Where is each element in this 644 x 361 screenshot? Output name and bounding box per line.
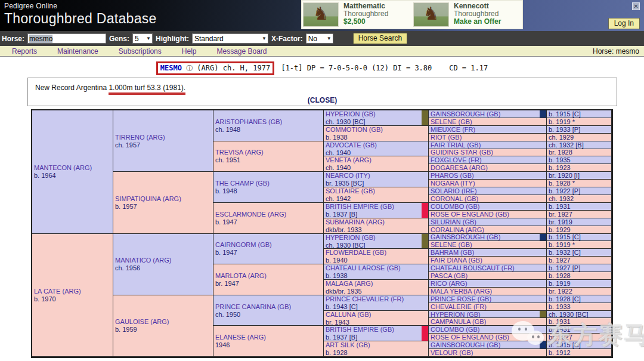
horse-details: br. 1920 [I] [549,172,580,179]
horse-link[interactable]: CORONAL (GB) [431,195,478,202]
horse-link[interactable]: ART SILK (GB) [326,341,370,348]
horse-details: b. 1915 [C] [549,341,581,348]
login-button[interactable]: Log In [608,18,640,29]
highlight-marker-red [422,203,428,218]
horse-link[interactable]: BRITISH EMPIRE (GB) [326,203,394,210]
horse-link[interactable]: SILURIAN (GB) [431,218,476,226]
horse-link[interactable]: PRINCE ROSE (GB) [431,295,491,303]
horse-link[interactable]: FAIR TRIAL (GB) [431,141,481,149]
ad-listing[interactable]: ♞KennecottThoroughbredMake an Offer [412,1,522,29]
site-logo[interactable]: Pedigree Online Thoroughbred Database [4,2,157,27]
horse-link[interactable]: MARLOTA (ARG) [215,272,323,280]
horse-link[interactable]: CHATEAU LAROSE (GB) [326,264,401,271]
horse-link[interactable]: ROSE OF ENGLAND (GB) [431,334,509,341]
horse-link[interactable]: CAIRNGORM (GB) [215,241,323,249]
horse-link[interactable]: PASCA (GB) [431,272,467,279]
horse-link[interactable]: CHEVALERIE (FR) [431,303,487,310]
horse-link[interactable]: SOLITAIRE (GB) [326,187,375,195]
horse-link[interactable]: SOLARIO (IRE) [431,187,477,195]
horse-link[interactable]: ARISTOPHANES (GB) [215,118,323,126]
horse-link[interactable]: CAMPANULA (GB) [431,318,486,325]
horse-link[interactable]: GAULOISE (ARG) [115,318,213,326]
horse-link[interactable]: CORALINA (ARG) [431,226,484,233]
horse-link[interactable]: ROSE OF ENGLAND (GB) [431,211,509,218]
horse-link[interactable]: VELOUR (GB) [431,349,473,356]
horse-link[interactable]: PHAROS (GB) [431,172,474,179]
close-link[interactable]: (CLOSE) [28,96,617,104]
pedigree-cell: ARISTOPHANES (GB)ch. 1948 [213,110,324,141]
horse-link[interactable]: FAIR DIANA (GB) [431,257,482,264]
pedigree-year-cell: b. 1931 [547,326,612,334]
xfactor-select[interactable]: No ▼ [306,33,333,44]
horse-link[interactable]: SELENE (GB) [431,118,472,125]
horse-name-link[interactable]: MESMO [160,64,182,72]
horse-link[interactable]: DOGARESA (ARG) [431,164,488,171]
horse-link[interactable]: GUIDING STAR (GB) [431,149,493,156]
horse-link[interactable]: GAINSBOROUGH (GB) [431,341,500,348]
horse-link[interactable]: HYPERION (GB) [431,311,481,318]
horse-input[interactable]: mesmo [27,33,106,44]
nav-link-reports[interactable]: Reports [12,47,37,55]
horse-link[interactable]: MANTECON (ARG) [34,164,113,172]
close-icon[interactable]: ✕ [632,2,640,10]
nav-link-subscriptions[interactable]: Subscriptions [119,47,162,55]
horse-link[interactable]: NOGARA (ITY) [431,180,475,187]
nav-link-help[interactable]: Help [182,47,197,55]
horse-link[interactable]: CALLUNA (GB) [326,311,371,318]
horse-link[interactable]: GAINSBOROUGH (GB) [431,234,500,241]
horse-link[interactable]: BAHRAM (GB) [431,249,474,256]
horse-link[interactable]: BRITISH EMPIRE (GB) [326,326,394,333]
pedigree-year-cell: b. 1915 [C] [547,234,612,242]
pedigree-cell: ART SILK (GB)b. 1928 [324,341,429,357]
horse-link[interactable]: GAINSBOROUGH (GB) [431,110,500,118]
horse-link[interactable]: VENETA (ARG) [326,156,371,163]
horse-details: br. 1927 [549,211,572,218]
horse-link[interactable]: CHATEAU BOUSCAUT (FR) [431,264,515,271]
highlight-marker-red [422,326,428,341]
pedigree-cell: HYPERION (GB) [429,311,547,319]
horse-link[interactable]: PRINCE CANARINA (GB) [215,303,323,311]
nav-link-maintenance[interactable]: Maintenance [57,47,98,55]
horse-details: br. 1947 [215,280,323,287]
horse-link[interactable]: COMMOTION (GB) [326,126,383,133]
horse-link[interactable]: THE CHAMP (GB) [215,180,323,187]
horse-link[interactable]: LA CATE (ARG) [34,288,113,295]
horse-link[interactable]: MALAGA (ARG) [326,280,373,287]
horse-link[interactable]: ESCLARMONDE (ARG) [215,211,323,218]
horse-link[interactable]: HYPERION (GB) [326,110,376,118]
horse-link[interactable]: COLOMBO (GB) [431,203,480,210]
horse-link[interactable]: ELANESE (ARG) [215,334,323,341]
pedigree-cell: GAINSBOROUGH (GB) [429,110,547,118]
horse-link[interactable]: RICO (ARG) [431,280,467,287]
gens-select[interactable]: 5 ▼ [132,33,153,44]
horse-link[interactable]: NEARCO (ITY) [326,172,370,179]
horse-link[interactable]: FOXGLOVE (FR) [431,156,482,163]
horse-link[interactable]: MIEUXCE (FR) [431,126,475,133]
nav-link-message-board[interactable]: Message Board [216,47,267,55]
horse-details: b. 1948 [215,187,323,195]
pedigree-cell: SIMPATIQUINA (ARG)b. 1957 [113,172,213,233]
horse-link[interactable]: MANIATICO (ARG) [115,257,213,264]
horse-link[interactable]: COLOMBO (GB) [431,326,480,333]
horse-link[interactable]: TIRRENO (ARG) [115,134,213,141]
pedigree-cell: SELENE (GB) [429,118,547,126]
horse-link[interactable]: SUBMARINA (ARG) [326,218,385,226]
horse-link[interactable]: SELENE (GB) [431,241,472,248]
info-icon[interactable]: ⓘ [186,64,193,72]
highlight-select[interactable]: Standard ▼ [192,33,268,44]
horse-link[interactable]: SIMPATIQUINA (ARG) [115,195,213,203]
horse-link[interactable]: PRINCE CHEVALIER (FR) [326,295,404,303]
horse-link[interactable]: HYPERION (GB) [326,234,376,241]
horse-title-line: MESMO ⓘ (ARG) ch. H, 1977 [1-t] DP = 7-0… [0,57,644,76]
horse-link[interactable]: ADVOCATE (GB) [326,141,377,149]
highlight-marker-navy [540,234,546,241]
pedigree-cell: FOXGLOVE (FR) [429,156,547,164]
horse-link[interactable]: FLOWERDALE (GB) [326,249,386,256]
horse-link[interactable]: MALA YERBA (ARG) [431,288,492,295]
pedigree-cell: MALAGA (ARG)dkb/br. 1935 [324,280,429,295]
horse-link[interactable]: RIOT (GB) [431,134,462,141]
horse-details: b. 1959 [115,326,213,333]
ad-listing[interactable]: ♞MatthematicThoroughbred$2,500 [302,1,412,29]
horse-search-button[interactable]: Horse Search [353,33,407,44]
horse-link[interactable]: TREVISA (ARG) [215,149,323,156]
